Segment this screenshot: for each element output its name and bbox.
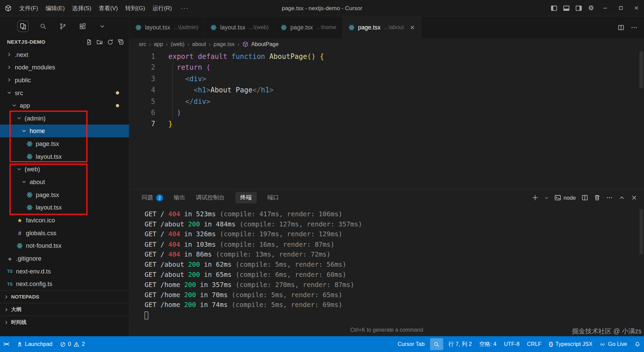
cursor-tab-indicator[interactable]: Cursor Tab <box>394 336 428 352</box>
remote-indicator[interactable]: >< <box>0 336 13 352</box>
maximize-button[interactable] <box>613 0 628 16</box>
problems-indicator[interactable]: 0 2 <box>56 336 89 352</box>
terminal-dropdown-icon[interactable] <box>544 195 549 200</box>
tree-item-home[interactable]: home <box>0 125 129 137</box>
term-detail: (compile: 6ms, render: 60ms) <box>235 271 346 279</box>
menu-item-4[interactable]: 转到(G) <box>121 0 148 16</box>
chevron-down-icon <box>17 167 22 172</box>
tree-item-app[interactable]: app <box>0 99 129 112</box>
tree-item-node_modules[interactable]: node_modules <box>0 61 129 74</box>
split-terminal-icon[interactable] <box>581 194 588 201</box>
line-col-indicator[interactable]: 行 7, 列 2 <box>445 336 476 352</box>
launchpad-button[interactable]: Launchpad <box>13 336 56 352</box>
menu-item-2[interactable]: 选择(S) <box>68 0 95 16</box>
breadcrumb-item-src[interactable]: src <box>139 41 146 47</box>
breadcrumb-item-page.tsx[interactable]: page.tsx <box>214 41 235 47</box>
toggle-secondary-sidebar-icon[interactable] <box>573 0 585 16</box>
close-panel-icon[interactable] <box>631 194 637 201</box>
editor-more-icon[interactable] <box>631 24 637 30</box>
code-line[interactable]: 3 <div> <box>130 73 639 85</box>
language-indicator[interactable]: {} Typescript JSX <box>545 336 596 352</box>
explorer-icon[interactable] <box>17 20 29 32</box>
tree-item-globals.css[interactable]: #globals.css <box>0 226 129 239</box>
find-indicator[interactable] <box>430 338 443 350</box>
tree-item-layout.tsx[interactable]: layout.tsx <box>0 201 129 214</box>
sidebar-section-时间线[interactable]: 时间线 <box>0 316 129 329</box>
tree-item-label: app <box>20 102 30 109</box>
tree-item-.gitignore[interactable]: ◆.gitignore <box>0 252 129 265</box>
tab-layout.tsx-1[interactable]: layout.tsx...\(web) <box>205 17 275 38</box>
magnifier-icon <box>434 341 439 347</box>
notifications-bell[interactable] <box>631 336 644 352</box>
tab-layout.tsx-0[interactable]: layout.tsx...\(admin) <box>130 17 205 38</box>
panel-tab-问题[interactable]: 问题2 <box>142 194 163 201</box>
indentation-indicator[interactable]: 空格: 4 <box>476 336 500 352</box>
breadcrumb-item-about[interactable]: about <box>192 41 206 47</box>
go-live-button[interactable]: Go Live <box>596 336 631 352</box>
search-icon[interactable] <box>38 21 49 31</box>
new-file-icon[interactable] <box>86 39 92 45</box>
tree-item-favicon.ico[interactable]: ★favicon.ico <box>0 214 129 226</box>
tree-item-(admin)[interactable]: (admin) <box>0 112 129 125</box>
menu-item-5[interactable]: 运行(R) <box>149 0 176 16</box>
terminal-instance[interactable]: node <box>554 194 576 201</box>
refresh-icon[interactable] <box>107 39 113 45</box>
menu-item-0[interactable]: 文件(F) <box>16 0 42 16</box>
tree-item-(web)[interactable]: (web) <box>0 163 129 176</box>
toggle-primary-sidebar-icon[interactable] <box>548 0 560 16</box>
menu-more-button[interactable]: ··· <box>176 0 193 16</box>
tree-item-next.config.ts[interactable]: TSnext.config.ts <box>0 278 129 290</box>
tree-item-not-found.tsx[interactable]: not-found.tsx <box>0 239 129 252</box>
panel-tab-终端[interactable]: 终端 <box>235 192 257 203</box>
tree-item-layout.tsx[interactable]: layout.tsx <box>0 150 129 163</box>
code-line[interactable]: 4 <h1>About Page</h1> <box>130 85 639 96</box>
tree-item-src[interactable]: src <box>0 86 129 99</box>
code-line[interactable]: 7} <box>130 118 639 130</box>
code-line[interactable]: 6 ) <box>130 107 639 118</box>
breadcrumb-item-app[interactable]: app <box>154 41 163 47</box>
breadcrumb-item-AboutPage[interactable]: AboutPage <box>251 41 279 47</box>
close-tab-icon[interactable] <box>410 24 415 30</box>
code-line[interactable]: 1export default function AboutPage() { <box>130 51 639 62</box>
encoding-indicator[interactable]: UTF-8 <box>500 336 523 352</box>
panel-tab-调试控制台[interactable]: 调试控制台 <box>196 194 225 201</box>
term-detail: (compile: 5ms, render: 69ms) <box>232 301 343 309</box>
tree-item-public[interactable]: public <box>0 73 129 86</box>
code-editor[interactable]: 1export default function AboutPage() {2 … <box>130 50 639 189</box>
new-terminal-icon[interactable] <box>532 194 538 201</box>
panel-tab-输出[interactable]: 输出 <box>174 194 185 201</box>
source-control-icon[interactable] <box>58 21 68 31</box>
menu-item-1[interactable]: 编辑(E) <box>42 0 69 16</box>
eol-indicator[interactable]: CRLF <box>523 336 545 352</box>
tree-item-about[interactable]: about <box>0 176 129 189</box>
tab-page.tsx-3[interactable]: page.tsx...\about <box>342 17 421 38</box>
code-line[interactable]: 2 return ( <box>130 62 639 73</box>
tab-page.tsx-2[interactable]: page.tsx...\home <box>275 17 342 38</box>
close-window-button[interactable] <box>628 0 644 16</box>
maximize-panel-icon[interactable] <box>619 194 625 201</box>
collapse-all-icon[interactable] <box>118 39 124 45</box>
line-number: 7 <box>130 118 156 130</box>
panel-more-icon[interactable] <box>606 194 613 201</box>
sidebar-section-大纲[interactable]: 大纲 <box>0 303 129 316</box>
split-editor-icon[interactable] <box>618 24 624 30</box>
more-views-chevron-icon[interactable] <box>97 21 108 31</box>
tree-item-next-env.d.ts[interactable]: TSnext-env.d.ts <box>0 265 129 278</box>
code-line[interactable]: 5 </div> <box>130 96 639 107</box>
kill-terminal-icon[interactable] <box>594 194 600 201</box>
term-request: GET /home <box>144 301 184 309</box>
settings-gear-icon[interactable]: ⚙ <box>585 0 597 16</box>
new-folder-icon[interactable] <box>96 39 102 45</box>
tree-item-page.tsx[interactable]: page.tsx <box>0 188 129 201</box>
tree-item-.next[interactable]: .next <box>0 48 129 61</box>
editor-scrollbar[interactable] <box>640 51 643 88</box>
panel-tab-端口[interactable]: 端口 <box>268 194 279 201</box>
breadcrumb-item-(web)[interactable]: (web) <box>171 41 185 47</box>
toggle-panel-icon[interactable] <box>560 0 572 16</box>
tree-item-page.tsx[interactable]: page.tsx <box>0 137 129 150</box>
panel-scrollbar[interactable] <box>640 209 643 255</box>
minimize-button[interactable] <box>597 0 613 16</box>
menu-item-3[interactable]: 查看(V) <box>95 0 122 16</box>
extensions-icon[interactable] <box>77 21 88 31</box>
sidebar-section-NOTEPADS[interactable]: NOTEPADS <box>0 290 129 303</box>
